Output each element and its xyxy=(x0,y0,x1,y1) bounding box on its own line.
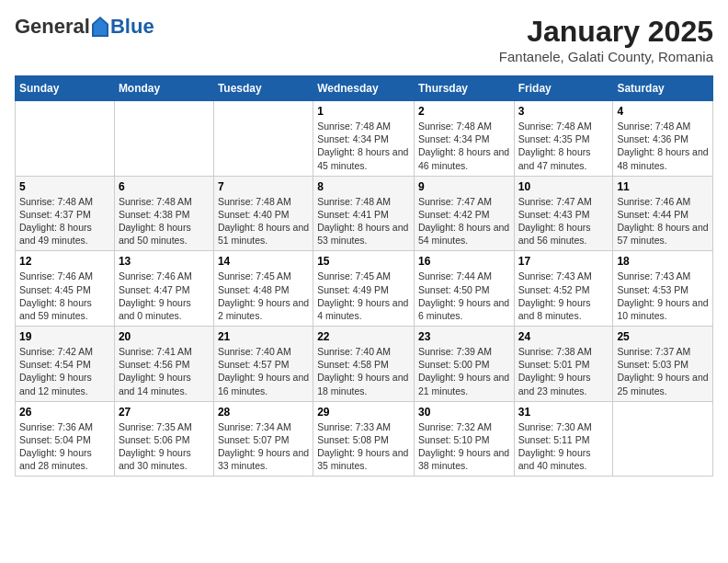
day-info: Sunrise: 7:33 AM Sunset: 5:08 PM Dayligh… xyxy=(317,420,410,473)
calendar-cell: 20Sunrise: 7:41 AM Sunset: 4:56 PM Dayli… xyxy=(114,327,213,402)
calendar-cell xyxy=(613,401,713,477)
day-info: Sunrise: 7:46 AM Sunset: 4:44 PM Dayligh… xyxy=(617,195,709,247)
day-number: 28 xyxy=(218,406,309,419)
calendar-cell: 5Sunrise: 7:48 AM Sunset: 4:37 PM Daylig… xyxy=(16,176,115,251)
day-number: 14 xyxy=(218,255,309,268)
day-number: 19 xyxy=(19,330,110,343)
day-info: Sunrise: 7:47 AM Sunset: 4:42 PM Dayligh… xyxy=(418,195,510,247)
calendar-cell: 22Sunrise: 7:40 AM Sunset: 4:58 PM Dayli… xyxy=(313,327,415,402)
day-number: 20 xyxy=(119,330,210,343)
day-number: 4 xyxy=(617,105,709,118)
calendar-cell: 14Sunrise: 7:45 AM Sunset: 4:48 PM Dayli… xyxy=(213,251,313,327)
logo: General Blue xyxy=(15,15,154,39)
logo-icon xyxy=(92,17,108,37)
day-header-monday: Monday xyxy=(114,76,213,101)
page-subtitle: Fantanele, Galati County, Romania xyxy=(499,49,713,64)
day-number: 18 xyxy=(617,255,709,268)
calendar-cell: 17Sunrise: 7:43 AM Sunset: 4:52 PM Dayli… xyxy=(514,251,613,327)
calendar-week-4: 19Sunrise: 7:42 AM Sunset: 4:54 PM Dayli… xyxy=(16,327,713,402)
calendar-week-5: 26Sunrise: 7:36 AM Sunset: 5:04 PM Dayli… xyxy=(16,401,713,477)
day-number: 12 xyxy=(19,255,110,268)
day-number: 13 xyxy=(119,255,210,268)
calendar-week-3: 12Sunrise: 7:46 AM Sunset: 4:45 PM Dayli… xyxy=(16,251,713,327)
calendar-cell: 29Sunrise: 7:33 AM Sunset: 5:08 PM Dayli… xyxy=(313,401,415,477)
day-number: 26 xyxy=(19,406,110,419)
calendar-body: 1Sunrise: 7:48 AM Sunset: 4:34 PM Daylig… xyxy=(16,101,713,477)
calendar-cell: 30Sunrise: 7:32 AM Sunset: 5:10 PM Dayli… xyxy=(414,401,514,477)
day-header-saturday: Saturday xyxy=(613,76,713,101)
day-info: Sunrise: 7:48 AM Sunset: 4:34 PM Dayligh… xyxy=(418,120,510,172)
calendar-cell: 31Sunrise: 7:30 AM Sunset: 5:11 PM Dayli… xyxy=(514,401,613,477)
day-info: Sunrise: 7:48 AM Sunset: 4:35 PM Dayligh… xyxy=(518,120,609,172)
day-info: Sunrise: 7:48 AM Sunset: 4:37 PM Dayligh… xyxy=(19,195,110,247)
day-number: 16 xyxy=(418,255,510,268)
day-info: Sunrise: 7:47 AM Sunset: 4:43 PM Dayligh… xyxy=(518,195,609,247)
calendar-table: SundayMondayTuesdayWednesdayThursdayFrid… xyxy=(15,75,713,477)
calendar-cell xyxy=(213,101,313,177)
day-info: Sunrise: 7:48 AM Sunset: 4:40 PM Dayligh… xyxy=(218,195,309,247)
calendar-cell: 21Sunrise: 7:40 AM Sunset: 4:57 PM Dayli… xyxy=(213,327,313,402)
day-number: 21 xyxy=(218,330,309,343)
day-header-sunday: Sunday xyxy=(16,76,115,101)
day-info: Sunrise: 7:46 AM Sunset: 4:47 PM Dayligh… xyxy=(119,270,210,322)
day-number: 1 xyxy=(317,105,410,118)
day-info: Sunrise: 7:35 AM Sunset: 5:06 PM Dayligh… xyxy=(119,420,210,473)
calendar-cell: 23Sunrise: 7:39 AM Sunset: 5:00 PM Dayli… xyxy=(414,327,514,402)
day-number: 31 xyxy=(518,406,609,419)
day-number: 6 xyxy=(119,180,210,193)
day-header-wednesday: Wednesday xyxy=(313,76,415,101)
calendar-cell: 18Sunrise: 7:43 AM Sunset: 4:53 PM Dayli… xyxy=(613,251,713,327)
day-info: Sunrise: 7:48 AM Sunset: 4:38 PM Dayligh… xyxy=(119,195,210,247)
day-info: Sunrise: 7:32 AM Sunset: 5:10 PM Dayligh… xyxy=(418,420,510,473)
day-number: 25 xyxy=(617,330,709,343)
day-number: 8 xyxy=(317,180,410,193)
day-number: 22 xyxy=(317,330,410,343)
day-number: 10 xyxy=(518,180,609,193)
calendar-cell: 7Sunrise: 7:48 AM Sunset: 4:40 PM Daylig… xyxy=(213,176,313,251)
calendar-week-1: 1Sunrise: 7:48 AM Sunset: 4:34 PM Daylig… xyxy=(16,101,713,177)
calendar-cell: 24Sunrise: 7:38 AM Sunset: 5:01 PM Dayli… xyxy=(514,327,613,402)
day-info: Sunrise: 7:48 AM Sunset: 4:41 PM Dayligh… xyxy=(317,195,410,247)
page-title: January 2025 xyxy=(499,15,713,49)
calendar-header-row: SundayMondayTuesdayWednesdayThursdayFrid… xyxy=(16,76,713,101)
day-number: 7 xyxy=(218,180,309,193)
day-info: Sunrise: 7:44 AM Sunset: 4:50 PM Dayligh… xyxy=(418,270,510,322)
day-info: Sunrise: 7:39 AM Sunset: 5:00 PM Dayligh… xyxy=(418,345,510,397)
calendar-cell: 15Sunrise: 7:45 AM Sunset: 4:49 PM Dayli… xyxy=(313,251,415,327)
calendar-cell: 13Sunrise: 7:46 AM Sunset: 4:47 PM Dayli… xyxy=(114,251,213,327)
calendar-cell: 8Sunrise: 7:48 AM Sunset: 4:41 PM Daylig… xyxy=(313,176,415,251)
day-header-tuesday: Tuesday xyxy=(213,76,313,101)
calendar-cell: 16Sunrise: 7:44 AM Sunset: 4:50 PM Dayli… xyxy=(414,251,514,327)
calendar-cell: 6Sunrise: 7:48 AM Sunset: 4:38 PM Daylig… xyxy=(114,176,213,251)
calendar-cell: 3Sunrise: 7:48 AM Sunset: 4:35 PM Daylig… xyxy=(514,101,613,177)
day-info: Sunrise: 7:48 AM Sunset: 4:36 PM Dayligh… xyxy=(617,120,709,172)
calendar-cell: 1Sunrise: 7:48 AM Sunset: 4:34 PM Daylig… xyxy=(313,101,415,177)
day-number: 3 xyxy=(518,105,609,118)
day-number: 29 xyxy=(317,406,410,419)
day-info: Sunrise: 7:43 AM Sunset: 4:52 PM Dayligh… xyxy=(518,270,609,322)
calendar-cell: 25Sunrise: 7:37 AM Sunset: 5:03 PM Dayli… xyxy=(613,327,713,402)
day-number: 11 xyxy=(617,180,709,193)
title-block: January 2025 Fantanele, Galati County, R… xyxy=(499,15,713,64)
logo-blue-text: Blue xyxy=(110,15,154,39)
calendar-cell: 19Sunrise: 7:42 AM Sunset: 4:54 PM Dayli… xyxy=(16,327,115,402)
day-number: 9 xyxy=(418,180,510,193)
day-header-thursday: Thursday xyxy=(414,76,514,101)
day-info: Sunrise: 7:38 AM Sunset: 5:01 PM Dayligh… xyxy=(518,345,609,397)
calendar-cell: 28Sunrise: 7:34 AM Sunset: 5:07 PM Dayli… xyxy=(213,401,313,477)
day-header-friday: Friday xyxy=(514,76,613,101)
day-info: Sunrise: 7:40 AM Sunset: 4:57 PM Dayligh… xyxy=(218,345,309,397)
day-info: Sunrise: 7:43 AM Sunset: 4:53 PM Dayligh… xyxy=(617,270,709,322)
day-number: 30 xyxy=(418,406,510,419)
day-number: 15 xyxy=(317,255,410,268)
calendar-cell: 10Sunrise: 7:47 AM Sunset: 4:43 PM Dayli… xyxy=(514,176,613,251)
calendar-cell: 11Sunrise: 7:46 AM Sunset: 4:44 PM Dayli… xyxy=(613,176,713,251)
day-number: 23 xyxy=(418,330,510,343)
day-info: Sunrise: 7:45 AM Sunset: 4:49 PM Dayligh… xyxy=(317,270,410,322)
day-info: Sunrise: 7:41 AM Sunset: 4:56 PM Dayligh… xyxy=(119,345,210,397)
day-info: Sunrise: 7:45 AM Sunset: 4:48 PM Dayligh… xyxy=(218,270,309,322)
day-info: Sunrise: 7:34 AM Sunset: 5:07 PM Dayligh… xyxy=(218,420,309,473)
day-info: Sunrise: 7:40 AM Sunset: 4:58 PM Dayligh… xyxy=(317,345,410,397)
calendar-cell: 2Sunrise: 7:48 AM Sunset: 4:34 PM Daylig… xyxy=(414,101,514,177)
day-info: Sunrise: 7:30 AM Sunset: 5:11 PM Dayligh… xyxy=(518,420,609,473)
